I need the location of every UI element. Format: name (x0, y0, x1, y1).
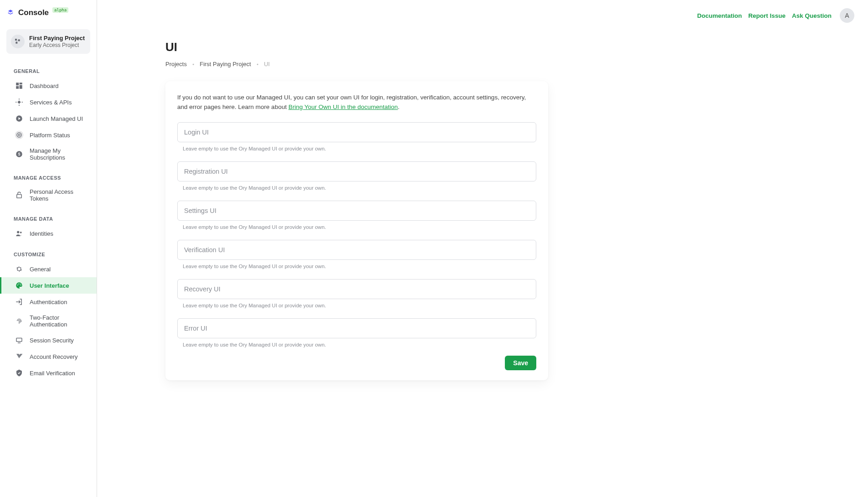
sidebar-item-dashboard[interactable]: Dashboard (0, 78, 97, 94)
dashboard-icon (15, 82, 23, 90)
svg-rect-0 (15, 39, 17, 41)
field-registration-ui: Leave empty to use the Ory Managed UI or… (177, 161, 536, 191)
brand[interactable]: Console alpha (0, 8, 97, 21)
sidebar-item-user-interface[interactable]: User Interface (0, 277, 97, 294)
project-subtitle: Early Access Project (29, 42, 85, 48)
dollar-icon: $ (15, 150, 23, 158)
svg-rect-17 (17, 195, 22, 198)
session-icon (15, 336, 23, 344)
svg-point-10 (22, 102, 23, 103)
identities-icon (15, 229, 23, 238)
field-login-ui: Leave empty to use the Ory Managed UI or… (177, 122, 536, 151)
page-title: UI (165, 40, 548, 54)
login-icon (15, 298, 23, 306)
sidebar-item-account-recovery[interactable]: Account Recovery (0, 348, 97, 365)
field-hint: Leave empty to use the Ory Managed UI or… (183, 185, 536, 191)
sidebar-item-label: Dashboard (30, 83, 59, 89)
brand-logo-icon (6, 9, 15, 17)
svg-rect-6 (16, 86, 19, 89)
section-label-general: GENERAL (0, 58, 97, 78)
brand-name: Console (18, 8, 49, 17)
section-label-customize: CUSTOMIZE (0, 242, 97, 261)
svg-text:$: $ (18, 152, 20, 156)
svg-rect-5 (20, 85, 22, 89)
registration-ui-input[interactable] (177, 161, 536, 181)
error-ui-input[interactable] (177, 318, 536, 338)
sidebar-item-personal-access-tokens[interactable]: Personal Access Tokens (0, 184, 97, 206)
sidebar-item-services[interactable]: Services & APIs (0, 94, 97, 110)
sidebar-item-email-verification[interactable]: Email Verification (0, 365, 97, 381)
sidebar-item-two-factor[interactable]: Two-Factor Authentication (0, 310, 97, 332)
gear-icon (15, 265, 23, 273)
field-hint: Leave empty to use the Ory Managed UI or… (183, 342, 536, 347)
svg-point-18 (17, 231, 19, 233)
verification-ui-input[interactable] (177, 240, 536, 260)
project-title: First Paying Project (29, 35, 85, 41)
recovery-ui-input[interactable] (177, 279, 536, 299)
svg-point-22 (20, 284, 21, 285)
sidebar-item-authentication[interactable]: Authentication (0, 294, 97, 310)
breadcrumb: Projects ● First Paying Project ● UI (165, 61, 548, 67)
card-actions: Save (177, 356, 536, 370)
sidebar-item-label: Two-Factor Authentication (30, 314, 87, 328)
section-label-manage-data: MANAGE DATA (0, 206, 97, 225)
sidebar-item-identities[interactable]: Identities (0, 225, 97, 242)
svg-rect-24 (16, 338, 22, 342)
settings-card: If you do not want to use our Managed UI… (165, 81, 548, 380)
field-error-ui: Leave empty to use the Ory Managed UI or… (177, 318, 536, 347)
sidebar-item-label: Services & APIs (30, 99, 72, 106)
sidebar-item-label: Platform Status (30, 132, 70, 139)
recovery-icon (15, 352, 23, 361)
top-link-ask-question[interactable]: Ask Question (792, 12, 832, 19)
sidebar-item-subscriptions[interactable]: $ Manage My Subscriptions (0, 143, 97, 165)
settings-ui-input[interactable] (177, 201, 536, 221)
docs-link[interactable]: Bring Your Own UI in the documentation (288, 104, 398, 110)
sidebar-item-label: Account Recovery (30, 353, 78, 360)
svg-point-12 (18, 134, 21, 136)
project-selector[interactable]: First Paying Project Early Access Projec… (6, 29, 90, 54)
fingerprint-icon (15, 317, 23, 325)
sidebar-item-platform-status[interactable]: Platform Status (0, 127, 97, 143)
sidebar-item-label: Session Security (30, 337, 74, 344)
sidebar-item-launch-managed-ui[interactable]: Launch Managed UI (0, 110, 97, 127)
svg-rect-2 (15, 42, 17, 44)
svg-point-9 (15, 102, 16, 103)
sidebar-item-label: Authentication (30, 299, 67, 305)
field-hint: Leave empty to use the Ory Managed UI or… (183, 264, 536, 269)
field-hint: Leave empty to use the Ory Managed UI or… (183, 224, 536, 230)
login-ui-input[interactable] (177, 122, 536, 142)
services-icon (15, 98, 23, 106)
field-settings-ui: Leave empty to use the Ory Managed UI or… (177, 201, 536, 230)
svg-point-7 (19, 98, 20, 99)
sidebar: Console alpha First Paying Project Early… (0, 0, 97, 497)
section-label-manage-access: MANAGE ACCESS (0, 165, 97, 184)
svg-point-23 (21, 285, 21, 285)
project-icon (11, 35, 25, 48)
card-intro: If you do not want to use our Managed UI… (177, 93, 536, 112)
breadcrumb-projects[interactable]: Projects (165, 61, 187, 67)
breadcrumb-project[interactable]: First Paying Project (200, 61, 251, 67)
sidebar-item-label: Email Verification (30, 370, 75, 377)
sidebar-item-label: Identities (30, 230, 53, 237)
top-link-documentation[interactable]: Documentation (697, 12, 742, 19)
avatar[interactable]: A (840, 8, 854, 23)
field-hint: Leave empty to use the Ory Managed UI or… (183, 303, 536, 308)
svg-rect-1 (18, 39, 20, 41)
play-icon (15, 114, 23, 123)
svg-point-21 (18, 284, 19, 285)
sidebar-item-label: Launch Managed UI (30, 115, 83, 122)
svg-point-19 (20, 232, 22, 233)
svg-point-8 (19, 105, 20, 106)
svg-point-20 (17, 285, 18, 285)
content: UI Projects ● First Paying Project ● UI … (97, 31, 562, 408)
main: Documentation Report Issue Ask Question … (97, 0, 868, 497)
topbar: Documentation Report Issue Ask Question … (97, 0, 868, 31)
top-link-report-issue[interactable]: Report Issue (748, 12, 786, 19)
field-hint: Leave empty to use the Ory Managed UI or… (183, 146, 536, 151)
palette-icon (15, 281, 23, 290)
verified-icon (15, 369, 23, 377)
sidebar-item-label: User Interface (30, 282, 69, 289)
sidebar-item-customize-general[interactable]: General (0, 261, 97, 277)
sidebar-item-session-security[interactable]: Session Security (0, 332, 97, 348)
save-button[interactable]: Save (505, 356, 536, 370)
